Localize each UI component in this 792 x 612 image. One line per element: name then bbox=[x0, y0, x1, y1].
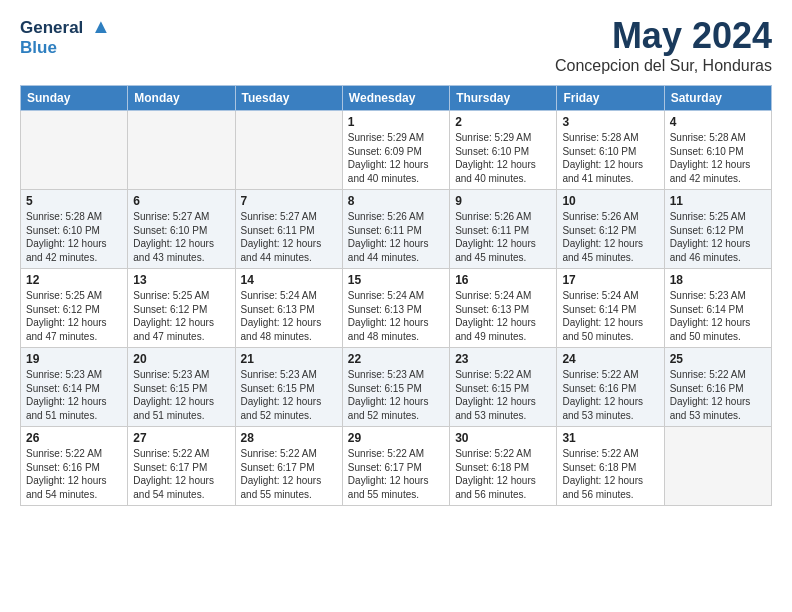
sunset-text: Sunset: 6:14 PM bbox=[26, 383, 100, 394]
day-number: 9 bbox=[455, 194, 551, 208]
day-number: 22 bbox=[348, 352, 444, 366]
daylight-text: Daylight: 12 hours and 55 minutes. bbox=[241, 475, 322, 500]
day-info: Sunrise: 5:22 AMSunset: 6:17 PMDaylight:… bbox=[348, 447, 444, 501]
sunset-text: Sunset: 6:12 PM bbox=[26, 304, 100, 315]
sunrise-text: Sunrise: 5:22 AM bbox=[455, 369, 531, 380]
sunset-text: Sunset: 6:17 PM bbox=[348, 462, 422, 473]
logo: General ▲ Blue bbox=[20, 15, 111, 58]
day-info: Sunrise: 5:26 AMSunset: 6:11 PMDaylight:… bbox=[348, 210, 444, 264]
daylight-text: Daylight: 12 hours and 49 minutes. bbox=[455, 317, 536, 342]
sunset-text: Sunset: 6:09 PM bbox=[348, 146, 422, 157]
sunrise-text: Sunrise: 5:24 AM bbox=[348, 290, 424, 301]
day-info: Sunrise: 5:22 AMSunset: 6:18 PMDaylight:… bbox=[455, 447, 551, 501]
day-number: 5 bbox=[26, 194, 122, 208]
day-number: 27 bbox=[133, 431, 229, 445]
day-number: 17 bbox=[562, 273, 658, 287]
calendar-cell-day: 6Sunrise: 5:27 AMSunset: 6:10 PMDaylight… bbox=[128, 190, 235, 269]
day-number: 6 bbox=[133, 194, 229, 208]
day-number: 29 bbox=[348, 431, 444, 445]
day-number: 10 bbox=[562, 194, 658, 208]
day-info: Sunrise: 5:23 AMSunset: 6:15 PMDaylight:… bbox=[241, 368, 337, 422]
calendar-cell-day: 24Sunrise: 5:22 AMSunset: 6:16 PMDayligh… bbox=[557, 348, 664, 427]
day-info: Sunrise: 5:24 AMSunset: 6:14 PMDaylight:… bbox=[562, 289, 658, 343]
day-number: 21 bbox=[241, 352, 337, 366]
calendar-cell-day: 23Sunrise: 5:22 AMSunset: 6:15 PMDayligh… bbox=[450, 348, 557, 427]
month-title: May 2024 bbox=[555, 15, 772, 57]
calendar-cell-day: 17Sunrise: 5:24 AMSunset: 6:14 PMDayligh… bbox=[557, 269, 664, 348]
day-number: 8 bbox=[348, 194, 444, 208]
sunrise-text: Sunrise: 5:23 AM bbox=[348, 369, 424, 380]
sunrise-text: Sunrise: 5:22 AM bbox=[670, 369, 746, 380]
day-number: 19 bbox=[26, 352, 122, 366]
day-number: 11 bbox=[670, 194, 766, 208]
location: Concepcion del Sur, Honduras bbox=[555, 57, 772, 75]
daylight-text: Daylight: 12 hours and 43 minutes. bbox=[133, 238, 214, 263]
day-number: 13 bbox=[133, 273, 229, 287]
calendar-header-row: SundayMondayTuesdayWednesdayThursdayFrid… bbox=[21, 86, 772, 111]
day-info: Sunrise: 5:22 AMSunset: 6:15 PMDaylight:… bbox=[455, 368, 551, 422]
sunset-text: Sunset: 6:14 PM bbox=[562, 304, 636, 315]
day-header-saturday: Saturday bbox=[664, 86, 771, 111]
daylight-text: Daylight: 12 hours and 52 minutes. bbox=[348, 396, 429, 421]
sunrise-text: Sunrise: 5:23 AM bbox=[133, 369, 209, 380]
calendar-cell-empty bbox=[664, 427, 771, 506]
day-info: Sunrise: 5:22 AMSunset: 6:16 PMDaylight:… bbox=[562, 368, 658, 422]
day-number: 24 bbox=[562, 352, 658, 366]
day-info: Sunrise: 5:25 AMSunset: 6:12 PMDaylight:… bbox=[26, 289, 122, 343]
calendar-cell-day: 22Sunrise: 5:23 AMSunset: 6:15 PMDayligh… bbox=[342, 348, 449, 427]
day-info: Sunrise: 5:27 AMSunset: 6:11 PMDaylight:… bbox=[241, 210, 337, 264]
daylight-text: Daylight: 12 hours and 47 minutes. bbox=[133, 317, 214, 342]
day-info: Sunrise: 5:25 AMSunset: 6:12 PMDaylight:… bbox=[133, 289, 229, 343]
sunset-text: Sunset: 6:17 PM bbox=[241, 462, 315, 473]
day-number: 2 bbox=[455, 115, 551, 129]
daylight-text: Daylight: 12 hours and 53 minutes. bbox=[670, 396, 751, 421]
day-info: Sunrise: 5:28 AMSunset: 6:10 PMDaylight:… bbox=[562, 131, 658, 185]
sunrise-text: Sunrise: 5:22 AM bbox=[455, 448, 531, 459]
day-info: Sunrise: 5:22 AMSunset: 6:17 PMDaylight:… bbox=[133, 447, 229, 501]
calendar-cell-day: 9Sunrise: 5:26 AMSunset: 6:11 PMDaylight… bbox=[450, 190, 557, 269]
logo-general: General bbox=[20, 18, 83, 37]
day-number: 3 bbox=[562, 115, 658, 129]
sunset-text: Sunset: 6:10 PM bbox=[133, 225, 207, 236]
calendar-cell-day: 25Sunrise: 5:22 AMSunset: 6:16 PMDayligh… bbox=[664, 348, 771, 427]
day-info: Sunrise: 5:23 AMSunset: 6:14 PMDaylight:… bbox=[670, 289, 766, 343]
header: General ▲ Blue May 2024 Concepcion del S… bbox=[20, 15, 772, 75]
day-info: Sunrise: 5:23 AMSunset: 6:15 PMDaylight:… bbox=[348, 368, 444, 422]
daylight-text: Daylight: 12 hours and 45 minutes. bbox=[455, 238, 536, 263]
calendar-cell-empty bbox=[128, 111, 235, 190]
sunset-text: Sunset: 6:10 PM bbox=[670, 146, 744, 157]
sunrise-text: Sunrise: 5:27 AM bbox=[133, 211, 209, 222]
daylight-text: Daylight: 12 hours and 54 minutes. bbox=[26, 475, 107, 500]
logo-blue: Blue bbox=[20, 38, 111, 58]
day-info: Sunrise: 5:25 AMSunset: 6:12 PMDaylight:… bbox=[670, 210, 766, 264]
day-info: Sunrise: 5:22 AMSunset: 6:16 PMDaylight:… bbox=[670, 368, 766, 422]
sunrise-text: Sunrise: 5:28 AM bbox=[670, 132, 746, 143]
sunrise-text: Sunrise: 5:22 AM bbox=[562, 448, 638, 459]
calendar-week-row: 1Sunrise: 5:29 AMSunset: 6:09 PMDaylight… bbox=[21, 111, 772, 190]
sunset-text: Sunset: 6:15 PM bbox=[455, 383, 529, 394]
day-info: Sunrise: 5:28 AMSunset: 6:10 PMDaylight:… bbox=[26, 210, 122, 264]
day-header-wednesday: Wednesday bbox=[342, 86, 449, 111]
logo-bird-icon: ▲ bbox=[91, 15, 111, 37]
day-header-friday: Friday bbox=[557, 86, 664, 111]
calendar-cell-day: 10Sunrise: 5:26 AMSunset: 6:12 PMDayligh… bbox=[557, 190, 664, 269]
daylight-text: Daylight: 12 hours and 53 minutes. bbox=[455, 396, 536, 421]
day-header-monday: Monday bbox=[128, 86, 235, 111]
sunset-text: Sunset: 6:18 PM bbox=[562, 462, 636, 473]
day-number: 1 bbox=[348, 115, 444, 129]
sunset-text: Sunset: 6:12 PM bbox=[562, 225, 636, 236]
calendar-cell-day: 27Sunrise: 5:22 AMSunset: 6:17 PMDayligh… bbox=[128, 427, 235, 506]
daylight-text: Daylight: 12 hours and 48 minutes. bbox=[241, 317, 322, 342]
daylight-text: Daylight: 12 hours and 44 minutes. bbox=[348, 238, 429, 263]
sunset-text: Sunset: 6:15 PM bbox=[133, 383, 207, 394]
daylight-text: Daylight: 12 hours and 45 minutes. bbox=[562, 238, 643, 263]
day-info: Sunrise: 5:24 AMSunset: 6:13 PMDaylight:… bbox=[455, 289, 551, 343]
day-header-tuesday: Tuesday bbox=[235, 86, 342, 111]
calendar-cell-day: 28Sunrise: 5:22 AMSunset: 6:17 PMDayligh… bbox=[235, 427, 342, 506]
daylight-text: Daylight: 12 hours and 50 minutes. bbox=[670, 317, 751, 342]
calendar-week-row: 19Sunrise: 5:23 AMSunset: 6:14 PMDayligh… bbox=[21, 348, 772, 427]
daylight-text: Daylight: 12 hours and 48 minutes. bbox=[348, 317, 429, 342]
logo-text: General ▲ Blue bbox=[20, 15, 111, 58]
sunrise-text: Sunrise: 5:25 AM bbox=[133, 290, 209, 301]
day-number: 18 bbox=[670, 273, 766, 287]
